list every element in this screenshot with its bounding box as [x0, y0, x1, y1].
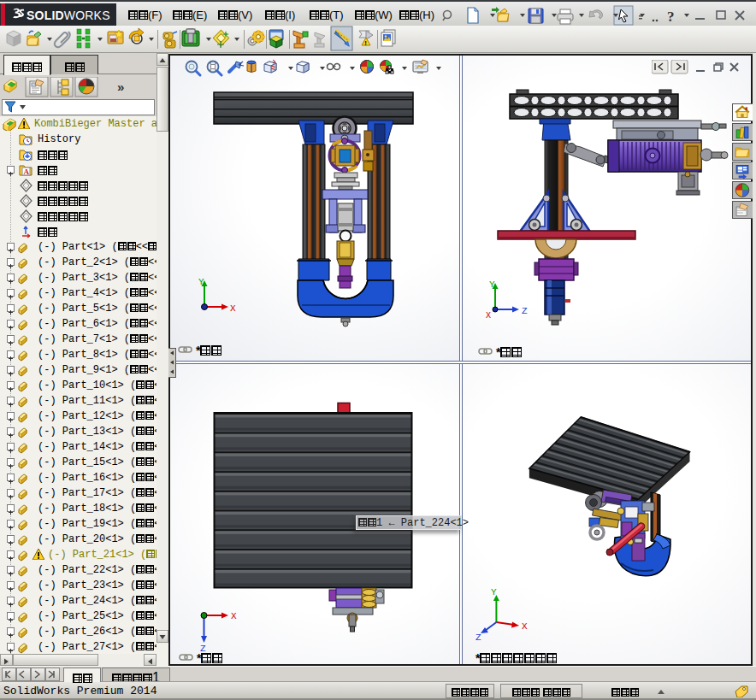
svg-text:X: X: [231, 611, 237, 621]
svg-text:X: X: [522, 621, 528, 632]
svg-text:Z: Z: [475, 632, 481, 643]
svg-text:»: »: [117, 79, 124, 94]
svg-text:?: ?: [667, 9, 675, 25]
svg-text:Y: Y: [198, 277, 204, 287]
svg-text:SOLIDWORKS: SOLIDWORKS: [27, 9, 110, 22]
svg-text:Y: Y: [489, 279, 495, 290]
svg-text:A: A: [24, 168, 30, 176]
svg-text:!: !: [364, 39, 367, 47]
svg-text:Y: Y: [491, 587, 497, 597]
svg-text:Z: Z: [522, 306, 528, 316]
svg-text:X: X: [230, 303, 236, 314]
svg-text:X: X: [486, 311, 491, 321]
